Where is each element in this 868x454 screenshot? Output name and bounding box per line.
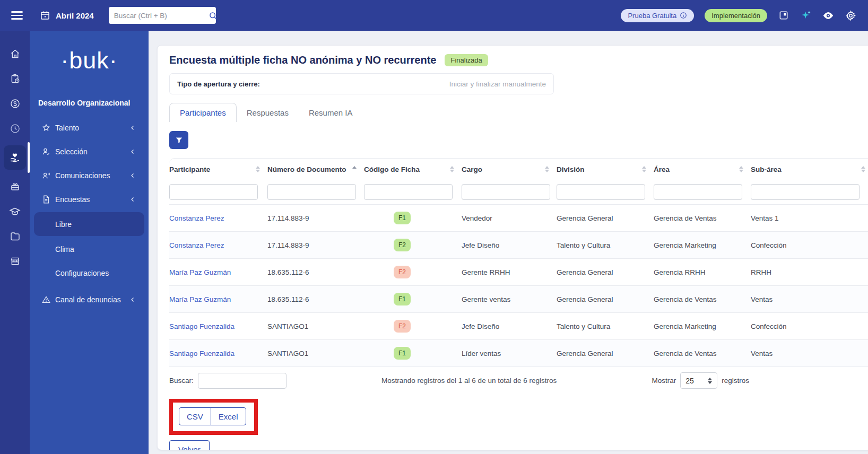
sidebar-subitem-configuraciones[interactable]: Configuraciones <box>30 261 149 285</box>
sidebar-subitem-label: Clima <box>55 245 74 254</box>
column-label: Área <box>654 165 670 173</box>
column-header-participante[interactable]: Participante <box>169 159 267 180</box>
sidebar-item-talento[interactable]: Talento <box>30 116 149 139</box>
sidebar-item-label: Talento <box>55 124 129 132</box>
tab-resumen-ia[interactable]: Resumen IA <box>299 103 363 122</box>
trial-badge-label: Prueba Gratuita <box>628 12 676 20</box>
implementation-badge[interactable]: Implementación <box>705 9 767 22</box>
global-search <box>109 7 216 24</box>
filter-input-division[interactable] <box>557 184 645 200</box>
graduation-cap-icon[interactable] <box>0 199 30 224</box>
participant-link[interactable]: María Paz Guzmán <box>169 268 231 276</box>
clock-icon[interactable] <box>0 116 30 141</box>
sidebar-item-canal-denuncias[interactable]: Canal de denuncias <box>30 287 149 311</box>
sparkle-icon[interactable] <box>800 10 812 21</box>
search-input[interactable] <box>114 12 208 20</box>
column-header-documento[interactable]: Número de Documento <box>267 159 364 180</box>
cell-area: Gerencia de Ventas <box>654 205 751 232</box>
topbar-right: Prueba Gratuita Implementación <box>621 9 856 22</box>
eye-icon[interactable] <box>822 10 834 21</box>
trial-badge[interactable]: Prueba Gratuita <box>621 9 694 22</box>
home-icon[interactable] <box>0 41 30 66</box>
sidebar-subitem-clima[interactable]: Clima <box>30 237 149 261</box>
filter-input-subarea[interactable] <box>751 184 860 200</box>
content-card: Encuesta múltiple ficha NO anónima y NO … <box>157 45 868 450</box>
cell-area: Gerencia Marketing <box>654 313 751 340</box>
column-header-subarea[interactable]: Sub-área <box>751 159 868 180</box>
cell-subarea: Ventas 1 <box>751 205 868 232</box>
column-label: Sub-área <box>751 165 782 173</box>
gift-icon[interactable] <box>0 174 30 199</box>
sidebar-subitem-libre[interactable]: Libre <box>34 212 144 236</box>
tab-respuestas[interactable]: Respuestas <box>237 103 299 122</box>
period-selector[interactable]: Abril 2024 <box>40 10 94 21</box>
page-title: Encuesta múltiple ficha NO anónima y NO … <box>169 54 436 66</box>
table-search-label: Buscar: <box>169 377 194 385</box>
sidebar-item-comunicaciones[interactable]: Comunicaciones <box>30 163 149 187</box>
period-label: Abril 2024 <box>56 11 94 20</box>
page-size-select[interactable]: 25 <box>680 372 717 389</box>
clipboard-clock-icon[interactable] <box>0 66 30 91</box>
cell-documento: 17.114.883-9 <box>267 232 364 259</box>
cell-division: Gerencia General <box>557 259 654 286</box>
cell-division: Gerencia General <box>557 286 654 313</box>
folder-icon[interactable] <box>0 224 30 249</box>
participant-link[interactable]: Constanza Perez <box>169 214 224 222</box>
column-header-division[interactable]: División <box>557 159 654 180</box>
ficha-badge: F2 <box>394 266 411 278</box>
cell-subarea: Confección <box>751 313 868 340</box>
records-summary: Mostrando registros del 1 al 6 de un tot… <box>287 377 652 385</box>
bookmark-icon[interactable] <box>778 10 789 21</box>
column-header-area[interactable]: Área <box>654 159 751 180</box>
table-search-input[interactable] <box>198 373 287 389</box>
filter-input-documento[interactable] <box>267 184 356 200</box>
csv-export-button[interactable]: CSV <box>179 407 211 425</box>
sidebar-item-encuestas[interactable]: Encuestas <box>30 187 149 211</box>
document-icon <box>41 195 51 204</box>
hand-heart-icon[interactable] <box>0 141 30 174</box>
participant-link[interactable]: Santiago Fuenzalida <box>169 350 235 357</box>
participant-link[interactable]: Constanza Perez <box>169 241 224 249</box>
hamburger-icon[interactable] <box>11 11 23 19</box>
column-header-cargo[interactable]: Cargo <box>462 159 557 180</box>
cell-cargo: Vendedor <box>462 205 557 232</box>
column-header-ficha[interactable]: Código de Ficha <box>364 159 462 180</box>
sidebar-item-seleccion[interactable]: Selección <box>30 139 149 163</box>
funnel-icon <box>175 136 184 145</box>
participant-link[interactable]: Santiago Fuenzalida <box>169 322 235 330</box>
table-header-row: Participante Número de Documento Código … <box>169 159 868 180</box>
excel-export-button[interactable]: Excel <box>211 407 246 425</box>
cell-division: Gerencia General <box>557 340 654 367</box>
filter-input-area[interactable] <box>654 184 742 200</box>
table-row: María Paz Guzmán 18.635.112-6 F2 Gerente… <box>169 259 868 286</box>
filter-input-cargo[interactable] <box>462 184 550 200</box>
filter-button[interactable] <box>169 131 188 149</box>
info-icon <box>680 12 687 19</box>
filter-input-ficha[interactable] <box>364 184 453 200</box>
cell-subarea: Ventas <box>751 340 868 367</box>
records-label: registros <box>722 377 749 385</box>
cell-subarea: RRHH <box>751 259 868 286</box>
back-button[interactable]: Volver <box>169 440 210 450</box>
highlight-annotation: CSV Excel <box>169 399 258 435</box>
sort-icon <box>450 166 454 172</box>
cell-documento: SANTIAGO1 <box>267 340 364 367</box>
sidebar-item-label: Comunicaciones <box>55 171 129 180</box>
participant-link[interactable]: María Paz Guzmán <box>169 295 231 303</box>
chevron-left-icon <box>129 172 136 179</box>
gear-icon[interactable] <box>845 10 856 21</box>
filter-input-participante[interactable] <box>169 184 258 200</box>
cell-documento: SANTIAGO1 <box>267 313 364 340</box>
cell-area: Gerencia de Ventas <box>654 340 751 367</box>
dollar-icon[interactable] <box>0 91 30 116</box>
sidebar-subitem-label: Configuraciones <box>55 269 109 277</box>
cell-cargo: Jefe Diseño <box>462 313 557 340</box>
tab-participantes[interactable]: Participantes <box>169 103 237 122</box>
column-label: Código de Ficha <box>364 165 420 173</box>
cell-division: Talento y Cultura <box>557 232 654 259</box>
storefront-icon[interactable] <box>0 249 30 274</box>
column-filter-row <box>169 180 868 205</box>
sort-icon <box>739 166 743 172</box>
search-icon[interactable] <box>208 11 218 21</box>
column-label: Cargo <box>462 165 482 173</box>
